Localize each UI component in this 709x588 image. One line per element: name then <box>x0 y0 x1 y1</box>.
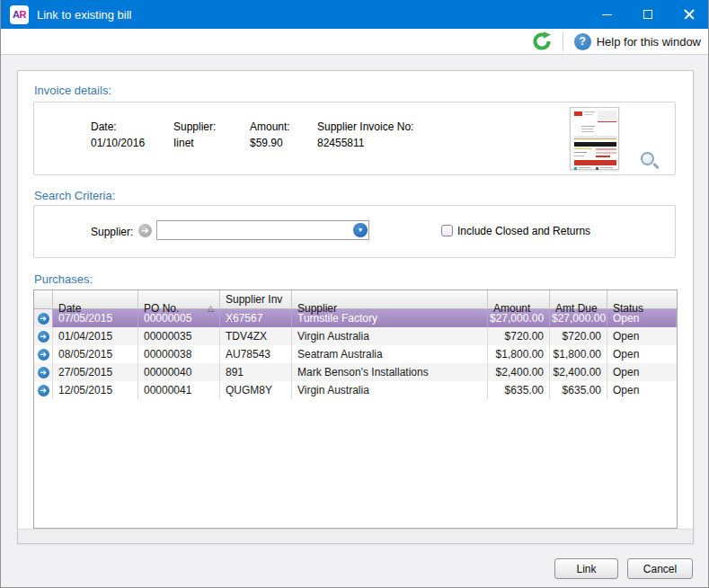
dialog-link-to-existing-bill: AR Link to existing bill ? Help for this… <box>0 0 709 588</box>
cell-po-no: 00000005 <box>138 309 220 327</box>
cell-amt-due: $27,000.00 <box>550 309 607 327</box>
cell-date: 01/04/2015 <box>53 327 138 345</box>
app-icon-letter-a: A <box>13 9 19 20</box>
cell-amt-due: $2,400.00 <box>550 363 607 381</box>
cell-status: Open <box>607 327 677 345</box>
invoice-details-box: Date: 01/10/2016 Supplier: Iinet Amount:… <box>33 102 676 175</box>
close-button[interactable] <box>669 0 709 29</box>
cell-amount: $1,800.00 <box>488 345 550 363</box>
invoice-amount-label: Amount: <box>250 120 290 133</box>
cell-po-no: 00000041 <box>138 381 220 399</box>
invoice-supplier-field: Supplier: Iinet <box>173 120 216 149</box>
cell-date: 12/05/2015 <box>53 381 138 399</box>
window-title: Link to existing bill <box>37 8 132 22</box>
cell-amt-due: $1,800.00 <box>550 345 607 363</box>
main-panel: Invoice details: Date: 01/10/2016 Suppli… <box>17 70 694 544</box>
search-criteria-heading: Search Criteria: <box>34 189 115 202</box>
cell-amt-due: $720.00 <box>550 327 607 345</box>
invoice-details-heading: Invoice details: <box>34 84 111 97</box>
row-detail-arrow-icon[interactable]: ➜ <box>34 363 53 381</box>
cell-supplier: Mark Benson's Installations <box>292 363 488 381</box>
help-link[interactable]: Help for this window <box>597 35 701 49</box>
purchases-heading: Purchases: <box>34 272 93 286</box>
cell-amount: $27,000.00 <box>488 309 550 327</box>
include-closed-label: Include Closed and Returns <box>457 225 590 237</box>
cell-supplier: Virgin Australia <box>292 381 488 399</box>
invoice-number-value: 82455811 <box>317 137 413 149</box>
refresh-icon[interactable] <box>532 31 552 51</box>
row-detail-arrow-icon[interactable]: ➜ <box>34 327 53 345</box>
purchases-table-header: Date PO No. △ Supplier Inv ... Supplier … <box>34 290 677 309</box>
include-closed-checkbox[interactable] <box>441 225 453 236</box>
minimize-icon <box>602 14 612 15</box>
row-detail-arrow-icon[interactable]: ➜ <box>34 345 53 363</box>
supplier-input[interactable] <box>156 220 369 240</box>
toolbar-divider <box>563 31 563 51</box>
supplier-label: Supplier: <box>91 226 133 238</box>
row-detail-arrow-icon[interactable]: ➜ <box>34 381 53 399</box>
cell-status: Open <box>607 363 677 381</box>
invoice-number-label: Supplier Invoice No: <box>317 120 413 133</box>
row-detail-arrow-icon[interactable]: ➜ <box>34 309 53 327</box>
cell-status: Open <box>607 381 677 399</box>
cell-date: 07/05/2015 <box>53 309 138 327</box>
magnifier-icon[interactable] <box>641 152 654 165</box>
invoice-date-field: Date: 01/10/2016 <box>91 120 145 149</box>
invoice-number-field: Supplier Invoice No: 82455811 <box>317 120 413 149</box>
app-icon-letter-r: R <box>20 9 26 20</box>
cell-date: 08/05/2015 <box>53 345 138 363</box>
supplier-field-arrow-icon[interactable]: ➜ <box>138 224 152 237</box>
cell-supplier-inv: X67567 <box>220 309 292 327</box>
minimize-button[interactable] <box>586 0 627 29</box>
invoice-date-value: 01/10/2016 <box>91 137 145 149</box>
cell-supplier-inv: 891 <box>220 363 292 381</box>
window-controls <box>586 0 709 29</box>
table-row[interactable]: ➜08/05/201500000038AU78543Seatram Austra… <box>34 345 677 363</box>
table-row[interactable]: ➜27/05/201500000040891Mark Benson's Inst… <box>34 363 677 381</box>
close-icon <box>684 9 695 20</box>
cell-supplier-inv: AU78543 <box>220 345 292 363</box>
cell-amount: $635.00 <box>488 381 550 399</box>
table-row[interactable]: ➜07/05/201500000005X67567Turnstile Facto… <box>34 309 677 327</box>
cell-po-no: 00000040 <box>138 363 220 381</box>
cell-po-no: 00000035 <box>138 327 220 345</box>
invoice-supplier-label: Supplier: <box>173 120 216 133</box>
cell-supplier: Turnstile Factory <box>292 309 488 327</box>
cell-po-no: 00000038 <box>138 345 220 363</box>
cell-date: 27/05/2015 <box>53 363 138 381</box>
invoice-amount-value: $59.90 <box>250 137 290 149</box>
link-button[interactable]: Link <box>554 558 618 579</box>
invoice-amount-field: Amount: $59.90 <box>250 120 290 149</box>
invoice-supplier-value: Iinet <box>173 137 216 149</box>
cell-amount: $2,400.00 <box>488 363 550 381</box>
cell-amt-due: $635.00 <box>550 381 607 399</box>
table-row[interactable]: ➜12/05/201500000041QUGM8YVirgin Australi… <box>34 381 677 399</box>
table-row[interactable]: ➜01/04/201500000035TDV4ZXVirgin Australi… <box>34 327 677 345</box>
cell-supplier: Seatram Australia <box>292 345 488 363</box>
supplier-dropdown-icon[interactable]: ▼ <box>353 223 368 237</box>
cancel-button[interactable]: Cancel <box>627 558 693 579</box>
invoice-date-label: Date: <box>91 120 145 133</box>
purchases-table-body: ➜07/05/201500000005X67567Turnstile Facto… <box>34 309 677 399</box>
cell-status: Open <box>607 345 677 363</box>
help-icon[interactable]: ? <box>574 33 591 50</box>
app-icon: AR <box>10 5 29 24</box>
cell-supplier-inv: QUGM8Y <box>220 381 292 399</box>
purchases-table: Date PO No. △ Supplier Inv ... Supplier … <box>33 290 678 529</box>
invoice-thumbnail[interactable] <box>570 107 619 170</box>
cell-supplier-inv: TDV4ZX <box>220 327 292 345</box>
titlebar: AR Link to existing bill <box>1 0 709 29</box>
cell-supplier: Virgin Australia <box>292 327 488 345</box>
maximize-icon <box>643 10 652 19</box>
search-criteria-box: Supplier: ➜ ▼ Include Closed and Returns <box>33 205 676 258</box>
maximize-button[interactable] <box>627 0 669 29</box>
cell-status: Open <box>607 309 677 327</box>
toolbar: ? Help for this window <box>1 29 709 55</box>
panel-footer-strip <box>18 529 693 543</box>
cell-amount: $720.00 <box>488 327 550 345</box>
